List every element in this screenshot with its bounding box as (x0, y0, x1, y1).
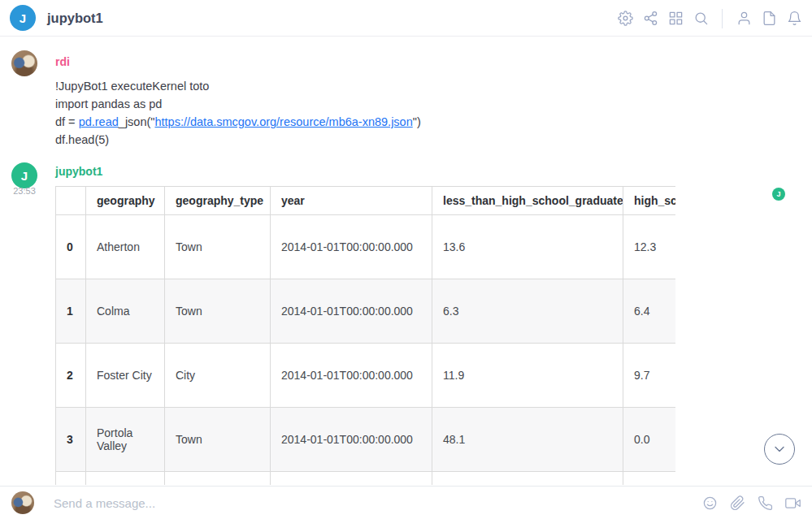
cell-year: 2014-01-01T00:00:00.000 (271, 408, 432, 472)
column-header-geography: geography (86, 187, 165, 215)
column-header-year: year (271, 187, 432, 215)
code-text: _json(" (119, 115, 155, 128)
jupybot1-presence-badge: J (772, 188, 785, 201)
rdi-message-text: !JupyBot1 executeKernel toto import pand… (55, 77, 421, 149)
cell-high-school: 9.7 (623, 344, 676, 408)
message-line: import pandas as pd (55, 95, 421, 113)
settings-icon[interactable] (617, 11, 633, 27)
code-text: ") (413, 115, 421, 128)
phone-icon[interactable] (757, 495, 773, 511)
dataframe-table: geography geography_type year less_than_… (55, 186, 675, 485)
cell-geography-type: Town (165, 279, 271, 344)
emoji-icon[interactable] (701, 495, 718, 511)
cell-geography: Portola Valley (86, 408, 165, 472)
column-header-less-than-hs: less_than_high_school_graduate (432, 187, 623, 215)
code-text: df = (55, 115, 79, 128)
table-row-partial (56, 472, 676, 486)
own-avatar (11, 491, 34, 514)
share-icon[interactable] (642, 11, 658, 27)
cell-high-school: 6.4 (623, 279, 676, 344)
message-composer (0, 486, 812, 519)
table-header-row: geography geography_type year less_than_… (56, 187, 676, 215)
cell-year: 2014-01-01T00:00:00.000 (271, 344, 432, 408)
username-rdi[interactable]: rdi (55, 55, 70, 68)
cell-less-than-hs: 11.9 (432, 344, 623, 408)
composer-actions (701, 495, 801, 511)
pd-read-link[interactable]: pd.read (79, 115, 119, 128)
message-line: !JupyBot1 executeKernel toto (55, 77, 421, 95)
rdi-avatar[interactable] (11, 50, 37, 76)
message-line: df.head(5) (55, 131, 421, 149)
cell-less-than-hs: 6.3 (432, 279, 623, 344)
toolbar-divider (722, 9, 723, 28)
table-row: 0 Atherton Town 2014-01-01T00:00:00.000 … (56, 215, 676, 279)
video-icon[interactable] (784, 495, 801, 511)
chevron-down-icon (771, 441, 788, 457)
table-row: 3 Portola Valley Town 2014-01-01T00:00:0… (56, 408, 676, 472)
column-header-geography-type: geography_type (165, 187, 271, 215)
cell-year: 2014-01-01T00:00:00.000 (271, 279, 432, 344)
username-jupybot1[interactable]: jupybot1 (55, 165, 102, 178)
table-row: 1 Colma Town 2014-01-01T00:00:00.000 6.3… (56, 279, 676, 344)
cell-index: 3 (56, 408, 86, 472)
jupybot1-avatar[interactable]: J (11, 162, 37, 188)
attachment-icon[interactable] (729, 495, 745, 511)
column-header-index (56, 187, 86, 215)
cell-high-school: 0.0 (623, 408, 676, 472)
header-toolbar (617, 0, 802, 37)
cell-less-than-hs: 48.1 (432, 408, 623, 472)
cell-geography: Colma (86, 279, 165, 344)
cell-geography: Atherton (86, 215, 165, 279)
dataset-url-link[interactable]: https://data.smcgov.org/resource/mb6a-xn… (154, 115, 412, 128)
cell-geography-type: Town (165, 408, 271, 472)
document-icon[interactable] (761, 11, 777, 27)
column-header-high-school: high_sc (623, 187, 676, 215)
apps-grid-icon[interactable] (667, 11, 684, 27)
cell-high-school: 12.3 (623, 215, 676, 279)
cell-index: 0 (56, 215, 86, 279)
message-line: df = pd.read_json("https://data.smcgov.o… (55, 113, 421, 131)
cell-index: 1 (56, 279, 86, 344)
chat-window: J jupybot1 (0, 0, 812, 519)
cell-index: 2 (56, 344, 86, 408)
bell-icon[interactable] (786, 11, 802, 27)
cell-less-than-hs: 13.6 (432, 215, 623, 279)
user-icon[interactable] (736, 11, 752, 27)
cell-geography-type: City (165, 344, 271, 408)
table-row: 2 Foster City City 2014-01-01T00:00:00.0… (56, 344, 676, 408)
scroll-to-bottom-button[interactable] (764, 434, 795, 465)
channel-title: jupybot1 (47, 11, 103, 26)
cell-year: 2014-01-01T00:00:00.000 (271, 215, 432, 279)
cell-geography-type: Town (165, 215, 271, 279)
search-icon[interactable] (693, 11, 709, 27)
message-input[interactable] (54, 496, 701, 510)
cell-geography: Foster City (86, 344, 165, 408)
message-timestamp: 23:53 (5, 186, 44, 196)
channel-header: J jupybot1 (0, 0, 812, 37)
channel-avatar: J (10, 5, 36, 31)
dataframe-table-container[interactable]: geography geography_type year less_than_… (55, 186, 675, 485)
